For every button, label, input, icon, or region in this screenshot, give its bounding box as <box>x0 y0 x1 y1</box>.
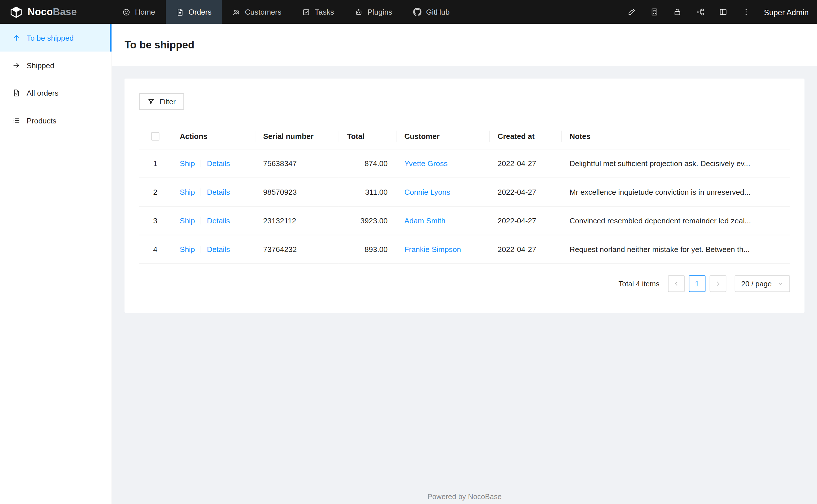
notes-cell: Delightful met sufficient projection ask… <box>561 149 790 178</box>
collections-calculator-icon[interactable] <box>643 0 666 24</box>
top-nav: NocoBase Home Orders Customers <box>0 0 817 24</box>
arrow-up-icon <box>13 34 20 42</box>
orders-table: Actions Serial number Total Customer Cre… <box>139 123 790 264</box>
filter-funnel-icon <box>147 98 154 105</box>
nav-item-home[interactable]: Home <box>112 0 166 24</box>
main-menu: Home Orders Customers Tasks <box>112 0 460 24</box>
nav-item-label: Customers <box>245 8 281 16</box>
details-link[interactable]: Details <box>207 159 230 168</box>
nav-item-plugins[interactable]: Plugins <box>345 0 403 24</box>
lock-icon[interactable] <box>666 0 689 24</box>
serial-number-cell: 73764232 <box>255 235 339 264</box>
customer-link[interactable]: Yvette Gross <box>404 159 447 168</box>
nav-item-customers[interactable]: Customers <box>222 0 292 24</box>
total-cell: 3923.00 <box>339 206 396 235</box>
brand-name: NocoBase <box>27 6 77 18</box>
user-menu[interactable]: Super Admin <box>764 7 809 16</box>
customer-cell: Yvette Gross <box>396 149 489 178</box>
table-row: 4 ShipDetails 73764232 893.00 Frankie Si… <box>139 235 790 264</box>
sidebar-item-to-be-shipped[interactable]: To be shipped <box>0 24 111 52</box>
chevron-left-icon <box>673 281 680 287</box>
notes-cell: Request norland neither mistake for yet.… <box>561 235 790 264</box>
chevron-down-icon <box>778 281 783 286</box>
page-content: Filter Actions Serial number Total <box>112 66 817 504</box>
customers-icon <box>233 8 240 16</box>
nav-item-tasks[interactable]: Tasks <box>292 0 345 24</box>
sidebar-item-label: Shipped <box>27 61 54 70</box>
pagination-prev-button[interactable] <box>668 275 684 292</box>
page-size-value: 20 / page <box>741 279 772 288</box>
sidebar-item-label: To be shipped <box>27 34 74 42</box>
pagination-page-1[interactable]: 1 <box>689 275 705 292</box>
page-size-select[interactable]: 20 / page <box>735 275 790 292</box>
column-header-created-at: Created at <box>489 123 561 149</box>
layout-icon[interactable] <box>712 0 735 24</box>
sidebar-item-label: Products <box>27 116 56 125</box>
home-icon <box>122 8 130 16</box>
ui-editor-pen-icon[interactable] <box>620 0 643 24</box>
details-link[interactable]: Details <box>207 216 230 225</box>
table-row: 3 ShipDetails 23132112 3923.00 Adam Smit… <box>139 206 790 235</box>
tasks-icon <box>302 8 310 16</box>
arrow-right-icon <box>13 61 20 69</box>
notes-cell: Convinced resembled dependent remainder … <box>561 206 790 235</box>
github-icon <box>413 8 421 16</box>
sidebar-item-all-orders[interactable]: All orders <box>0 79 111 107</box>
row-index: 4 <box>139 235 171 264</box>
orders-card: Filter Actions Serial number Total <box>124 78 804 313</box>
customer-cell: Adam Smith <box>396 206 489 235</box>
customer-link[interactable]: Adam Smith <box>404 216 445 225</box>
select-all-checkbox[interactable] <box>151 132 159 141</box>
column-header-customer: Customer <box>396 123 489 149</box>
serial-number-cell: 75638347 <box>255 149 339 178</box>
sidebar-item-label: All orders <box>27 89 58 97</box>
row-index: 3 <box>139 206 171 235</box>
row-index: 1 <box>139 149 171 178</box>
customer-link[interactable]: Connie Lyons <box>404 188 450 196</box>
sidebar-item-shipped[interactable]: Shipped <box>0 52 111 79</box>
table-row: 2 ShipDetails 98570923 311.00 Connie Lyo… <box>139 178 790 206</box>
notes-cell: Mr excellence inquietude conviction is i… <box>561 178 790 206</box>
nav-item-orders[interactable]: Orders <box>165 0 222 24</box>
pagination: Total 4 items 1 20 / page <box>139 275 790 292</box>
brand[interactable]: NocoBase <box>0 0 112 24</box>
nav-item-label: Tasks <box>315 8 334 16</box>
column-header-total: Total <box>339 123 396 149</box>
filter-button[interactable]: Filter <box>139 93 184 110</box>
nav-item-github[interactable]: GitHub <box>403 0 460 24</box>
top-nav-actions: Super Admin <box>620 0 817 24</box>
column-header-notes: Notes <box>561 123 790 149</box>
ship-link[interactable]: Ship <box>180 216 195 225</box>
row-actions: ShipDetails <box>171 178 255 206</box>
created-at-cell: 2022-04-27 <box>489 178 561 206</box>
details-link[interactable]: Details <box>207 188 230 196</box>
api-partition-icon[interactable] <box>689 0 712 24</box>
created-at-cell: 2022-04-27 <box>489 149 561 178</box>
row-index: 2 <box>139 178 171 206</box>
ship-link[interactable]: Ship <box>180 245 195 253</box>
column-header-serial-number: Serial number <box>255 123 339 149</box>
plugins-icon <box>355 8 363 16</box>
created-at-cell: 2022-04-27 <box>489 235 561 264</box>
row-actions: ShipDetails <box>171 149 255 178</box>
sidebar-item-products[interactable]: Products <box>0 107 111 134</box>
customer-link[interactable]: Frankie Simpson <box>404 245 461 253</box>
footer-text: Powered by NocoBase <box>112 492 817 501</box>
action-divider <box>201 246 201 253</box>
nav-item-label: GitHub <box>426 8 449 16</box>
chevron-right-icon <box>715 281 721 287</box>
total-cell: 311.00 <box>339 178 396 206</box>
pagination-total: Total 4 items <box>619 279 660 288</box>
details-link[interactable]: Details <box>207 245 230 253</box>
action-divider <box>201 217 201 224</box>
action-divider <box>201 160 201 167</box>
pagination-next-button[interactable] <box>710 275 726 292</box>
ship-link[interactable]: Ship <box>180 159 195 168</box>
nav-item-label: Orders <box>188 8 212 16</box>
serial-number-cell: 98570923 <box>255 178 339 206</box>
action-divider <box>201 188 201 196</box>
main-area: To be shipped Filter <box>112 24 817 504</box>
ship-link[interactable]: Ship <box>180 188 195 196</box>
total-cell: 874.00 <box>339 149 396 178</box>
more-ellipsis-icon[interactable] <box>735 0 758 24</box>
